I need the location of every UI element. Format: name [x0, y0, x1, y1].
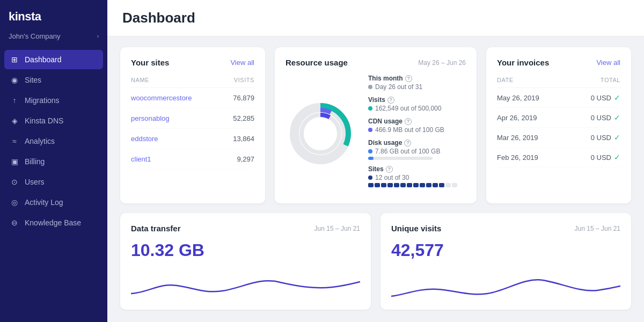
resource-inner: This month ? Day 26 out of 31 Visits	[286, 75, 466, 193]
sidebar-item-label: Dashboard	[25, 55, 62, 64]
visits-label: Visits ?	[368, 96, 466, 104]
sidebar-item-knowledge-base[interactable]: ⊖Knowledge Base	[4, 213, 103, 232]
col-total-header: TOTAL	[601, 77, 620, 83]
resource-card: Resource usage May 26 – Jun 26	[275, 47, 477, 203]
unique-visits-chart	[391, 267, 620, 299]
resource-card-header: Resource usage May 26 – Jun 26	[286, 58, 466, 67]
svg-point-1	[297, 110, 344, 157]
company-selector[interactable]: John's Company ›	[0, 29, 107, 48]
resource-stats: This month ? Day 26 out of 31 Visits	[368, 75, 466, 193]
kinsta-dns-icon: ◈	[10, 116, 19, 126]
visits-info-icon: ?	[387, 97, 394, 104]
sites-card-header: Your sites View all	[131, 58, 254, 67]
this-month-info-icon: ?	[405, 75, 412, 82]
segment-7	[413, 183, 419, 187]
table-row: Feb 26, 20190 USD ✓	[497, 148, 620, 167]
segment-1	[375, 183, 380, 187]
sidebar-item-kinsta-dns[interactable]: ◈Kinsta DNS	[4, 111, 103, 130]
sidebar-item-migrations[interactable]: ↑Migrations	[4, 91, 103, 110]
segment-13	[452, 183, 457, 187]
company-name: John's Company	[9, 32, 60, 40]
svg-point-2	[302, 115, 339, 152]
table-row: Apr 26, 20190 USD ✓	[497, 108, 620, 128]
segment-2	[381, 183, 386, 187]
sidebar-item-label: Users	[25, 178, 45, 186]
segment-9	[426, 183, 431, 187]
sidebar-item-label: Migrations	[25, 96, 60, 105]
invoice-amount: 0 USD ✓	[591, 133, 620, 142]
sidebar-item-sites[interactable]: ◉Sites	[4, 70, 103, 90]
this-month-label: This month ?	[368, 75, 466, 82]
data-transfer-title: Data transfer	[131, 224, 181, 233]
sites-value: 12 out of 30	[368, 174, 466, 181]
sites-view-all-link[interactable]: View all	[230, 58, 254, 67]
invoices-list: May 26, 20190 USD ✓Apr 26, 20190 USD ✓Ma…	[497, 88, 620, 167]
disk-label: Disk usage ?	[368, 139, 466, 147]
segment-5	[400, 183, 406, 187]
disk-progress-bar	[368, 157, 433, 160]
analytics-icon: ≈	[10, 136, 19, 146]
invoices-table-header: DATE TOTAL	[497, 75, 620, 88]
site-visits-value: 9,297	[237, 155, 254, 163]
sidebar-item-users[interactable]: ⊙Users	[4, 172, 103, 192]
this-month-stat: This month ? Day 26 out of 31	[368, 75, 466, 91]
unique-visits-header: Unique visits Jun 15 – Jun 21	[391, 224, 620, 233]
invoice-amount: 0 USD ✓	[591, 113, 620, 122]
sites-card-title: Your sites	[131, 58, 169, 67]
sidebar-item-activity-log[interactable]: ◎Activity Log	[4, 193, 103, 212]
cdn-dot	[368, 128, 372, 132]
site-name-link[interactable]: client1	[131, 155, 151, 163]
site-name-link[interactable]: eddstore	[131, 135, 158, 143]
cdn-info-icon: ?	[405, 118, 412, 125]
segment-12	[445, 183, 451, 187]
sidebar-item-label: Knowledge Base	[25, 218, 81, 227]
invoices-card-title: Your invoices	[497, 58, 549, 67]
unique-visits-title: Unique visits	[391, 224, 441, 233]
sites-label: Sites ?	[368, 165, 466, 173]
site-name-link[interactable]: woocommercestore	[131, 94, 192, 102]
data-transfer-card: Data transfer Jun 15 – Jun 21 10.32 GB	[120, 213, 371, 310]
invoice-amount: 0 USD ✓	[591, 93, 620, 102]
billing-icon: ▣	[10, 157, 19, 166]
sidebar-item-label: Analytics	[25, 137, 55, 145]
resource-date-range: May 26 – Jun 26	[418, 59, 466, 67]
cdn-label: CDN usage ?	[368, 118, 466, 125]
resource-donut-chart	[286, 99, 355, 169]
activity-log-icon: ◎	[10, 197, 19, 207]
sidebar-item-billing[interactable]: ▣Billing	[4, 152, 103, 171]
sites-dot	[368, 175, 372, 180]
col-name-header: NAME	[131, 77, 149, 83]
disk-stat: Disk usage ? 7.86 GB out of 100 GB	[368, 139, 466, 160]
sidebar-item-analytics[interactable]: ≈Analytics	[4, 131, 103, 151]
sites-list: woocommercestore76,879personablog52,285e…	[131, 88, 254, 170]
cdn-value: 466.9 MB out of 100 GB	[368, 126, 466, 134]
site-visits-value: 76,879	[233, 94, 254, 102]
invoice-date: Mar 26, 2019	[497, 134, 538, 142]
invoices-card: Your invoices View all DATE TOTAL May 26…	[486, 47, 631, 203]
table-row: client19,297	[131, 149, 254, 170]
data-transfer-chart	[131, 267, 360, 299]
knowledge-base-icon: ⊖	[10, 218, 19, 228]
day-dot	[368, 85, 372, 89]
page-header: Dashboard	[107, 0, 644, 36]
dashboard-icon: ⊞	[10, 55, 19, 64]
site-name-link[interactable]: personablog	[131, 114, 170, 122]
invoice-date: Apr 26, 2019	[497, 114, 537, 122]
sites-segment-bar	[368, 183, 466, 187]
sites-table-header: NAME VISITS	[131, 75, 254, 88]
users-icon: ⊙	[10, 177, 19, 187]
segment-6	[407, 183, 412, 187]
content-area: Your sites View all NAME VISITS woocomme…	[107, 36, 644, 322]
sidebar-item-dashboard[interactable]: ⊞Dashboard	[4, 50, 103, 69]
migrations-icon: ↑	[10, 96, 19, 105]
segment-8	[420, 183, 425, 187]
disk-progress-fill	[368, 157, 374, 160]
invoice-date: Feb 26, 2019	[497, 153, 538, 162]
visits-dot	[368, 106, 372, 111]
sidebar-item-label: Billing	[25, 157, 45, 166]
sites-card: Your sites View all NAME VISITS woocomme…	[120, 47, 265, 203]
table-row: Mar 26, 20190 USD ✓	[497, 128, 620, 148]
sidebar-item-label: Kinsta DNS	[25, 116, 63, 125]
invoices-view-all-link[interactable]: View all	[596, 58, 620, 67]
page-title: Dashboard	[122, 10, 629, 26]
